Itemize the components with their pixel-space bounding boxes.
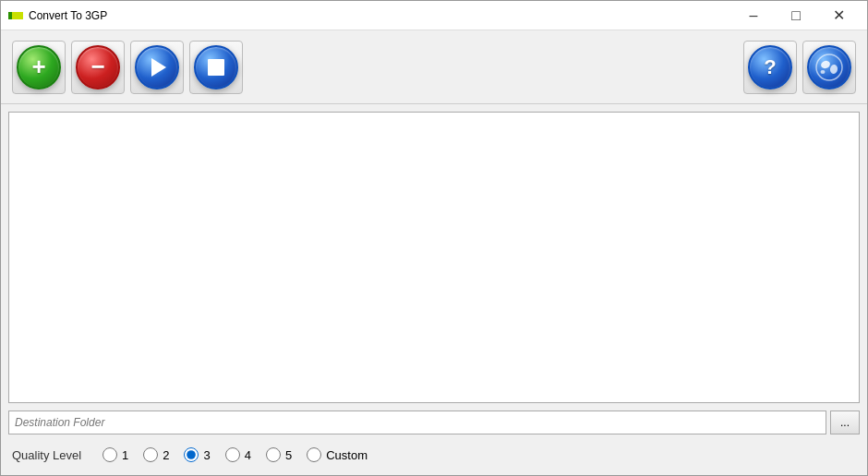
quality-label-2: 2 — [163, 448, 169, 462]
toolbar: + − — [1, 30, 867, 104]
app-icon — [8, 8, 23, 23]
remove-circle: − — [76, 45, 120, 89]
globe-circle — [807, 45, 851, 89]
quality-label-1: 1 — [122, 448, 128, 462]
quality-radio-3[interactable] — [184, 447, 199, 462]
add-button[interactable]: + — [12, 41, 66, 94]
title-bar: Convert To 3GP – □ ✕ — [1, 1, 867, 30]
play-icon — [151, 58, 166, 77]
main-content: ... Quality Level 1 2 3 — [1, 104, 867, 475]
quality-radio-1[interactable] — [102, 447, 117, 462]
quality-label-custom: Custom — [326, 448, 368, 462]
remove-button[interactable]: − — [71, 41, 125, 94]
bottom-controls: ... Quality Level 1 2 3 — [8, 411, 860, 468]
quality-option-4[interactable]: 4 — [225, 447, 251, 462]
file-list[interactable] — [8, 112, 860, 403]
website-button[interactable] — [802, 41, 856, 94]
svg-point-2 — [816, 54, 842, 80]
window-title: Convert To 3GP — [29, 9, 107, 22]
help-circle: ? — [748, 45, 792, 89]
quality-radio-group: 1 2 3 4 5 — [102, 447, 368, 462]
convert-button[interactable] — [130, 41, 184, 94]
quality-option-2[interactable]: 2 — [143, 447, 169, 462]
quality-row: Quality Level 1 2 3 — [8, 442, 860, 468]
title-controls: – □ ✕ — [732, 1, 860, 30]
globe-icon — [814, 52, 845, 83]
stop-button[interactable] — [189, 41, 243, 94]
title-bar-left: Convert To 3GP — [8, 8, 107, 23]
svg-point-3 — [820, 59, 831, 69]
help-button[interactable]: ? — [743, 41, 797, 94]
quality-option-3[interactable]: 3 — [184, 447, 210, 462]
quality-radio-custom[interactable] — [307, 447, 321, 462]
destination-row: ... — [8, 411, 860, 434]
svg-point-5 — [821, 70, 826, 74]
stop-circle — [194, 45, 238, 89]
maximize-button[interactable]: □ — [775, 1, 817, 30]
main-window: Convert To 3GP – □ ✕ + − — [0, 0, 868, 476]
add-circle: + — [17, 45, 61, 89]
quality-label-4: 4 — [245, 448, 251, 462]
quality-radio-4[interactable] — [225, 447, 240, 462]
quality-label-5: 5 — [285, 448, 292, 462]
svg-point-4 — [829, 64, 838, 74]
quality-radio-5[interactable] — [266, 447, 281, 462]
quality-radio-2[interactable] — [143, 447, 158, 462]
quality-option-1[interactable]: 1 — [102, 447, 128, 462]
quality-option-5[interactable]: 5 — [266, 447, 292, 462]
stop-icon — [208, 59, 224, 76]
close-button[interactable]: ✕ — [817, 1, 860, 30]
svg-rect-1 — [8, 12, 12, 19]
play-circle — [135, 45, 179, 89]
quality-label: Quality Level — [12, 448, 86, 462]
quality-option-custom[interactable]: Custom — [307, 447, 368, 462]
minimize-button[interactable]: – — [732, 1, 775, 30]
destination-input[interactable] — [8, 411, 826, 434]
toolbar-left: + − — [12, 41, 243, 94]
browse-button[interactable]: ... — [830, 411, 860, 434]
toolbar-right: ? — [743, 41, 856, 94]
quality-label-3: 3 — [203, 448, 210, 462]
